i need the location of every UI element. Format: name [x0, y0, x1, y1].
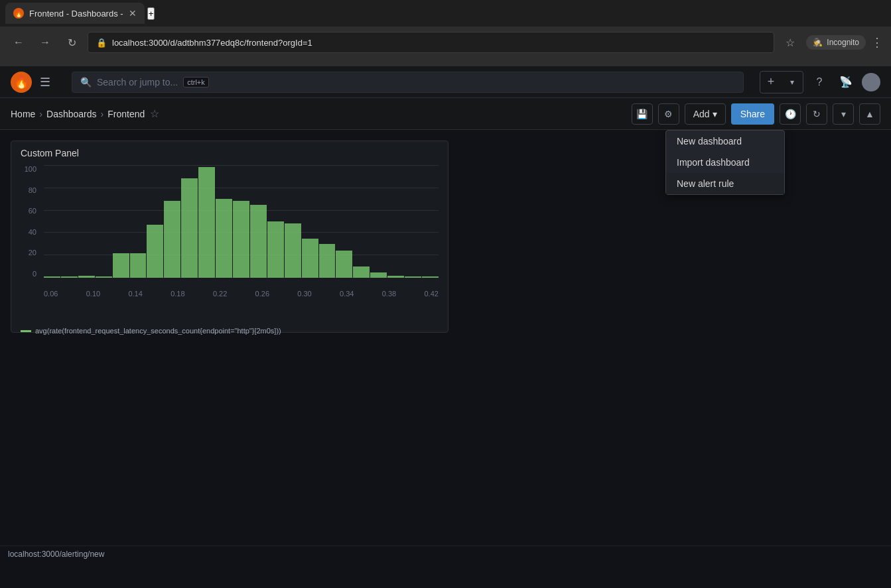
- legend-label: avg(rate(frontend_request_latency_second…: [35, 327, 281, 335]
- chart-area: 100 80 60 40 20 0 0.06 0.10 0.14 0.18: [11, 165, 448, 324]
- chart-legend: avg(rate(frontend_request_latency_second…: [11, 324, 448, 337]
- y-axis: 100 80 60 40 20 0: [21, 165, 40, 278]
- x-label-018: 0.18: [171, 290, 184, 298]
- user-avatar[interactable]: [862, 73, 880, 91]
- chart-bar: [319, 244, 336, 278]
- chart-bar: [44, 276, 60, 278]
- browser-menu-button[interactable]: ⋮: [871, 35, 883, 50]
- x-label-010: 0.10: [86, 290, 100, 298]
- star-dashboard-button[interactable]: ☆: [150, 107, 159, 120]
- add-chevron-icon: ▾: [713, 109, 717, 119]
- settings-button[interactable]: ⚙: [658, 103, 679, 125]
- chart-bar: [216, 199, 232, 278]
- chart-bar: [113, 253, 129, 278]
- x-label-022: 0.22: [213, 290, 227, 298]
- breadcrumb-sep-1: ›: [39, 109, 42, 119]
- chart-bar: [267, 221, 284, 278]
- status-bar: localhost:3000/alerting/new: [0, 546, 891, 561]
- browser-tab-bar: 🔥 Frontend - Dashboards - ✕ +: [0, 0, 891, 27]
- add-expand-group: + ▾: [760, 71, 803, 93]
- breadcrumb-right: 💾 ⚙ Add ▾ Share 🕐 ↻ ▾ ▲: [632, 103, 880, 125]
- active-browser-tab[interactable]: 🔥 Frontend - Dashboards - ✕: [5, 3, 145, 24]
- chart-bars: [44, 165, 439, 278]
- bookmark-button[interactable]: ☆: [780, 32, 801, 53]
- plus-button[interactable]: +: [760, 72, 782, 93]
- browser-chrome: 🔥 Frontend - Dashboards - ✕ + ← → ↻ 🔒 lo…: [0, 0, 891, 66]
- x-label-030: 0.30: [297, 290, 311, 298]
- chart-bar: [250, 205, 267, 278]
- chart-bar: [130, 253, 147, 278]
- breadcrumb-dashboards[interactable]: Dashboards: [46, 109, 97, 119]
- x-label-014: 0.14: [128, 290, 142, 298]
- save-dashboard-button[interactable]: 💾: [632, 103, 653, 125]
- tab-close-button[interactable]: ✕: [129, 8, 137, 19]
- main-menu-button[interactable]: ☰: [40, 75, 50, 89]
- status-url: localhost:3000/alerting/new: [8, 550, 104, 559]
- tab-label: Frontend - Dashboards -: [29, 9, 123, 19]
- breadcrumb-sep-2: ›: [101, 109, 104, 119]
- add-panel-button[interactable]: Add ▾: [685, 103, 726, 125]
- panel-title: Custom Panel: [11, 141, 448, 165]
- tab-favicon: 🔥: [13, 8, 24, 19]
- y-label-60: 60: [21, 207, 36, 215]
- add-label: Add: [693, 109, 710, 119]
- y-label-20: 20: [21, 249, 36, 257]
- chart-bar: [198, 167, 215, 278]
- chart-bar: [147, 225, 163, 278]
- chart-bar: [61, 276, 78, 278]
- x-label-006: 0.06: [44, 290, 58, 298]
- forward-button[interactable]: →: [34, 32, 56, 53]
- incognito-label: Incognito: [827, 38, 859, 47]
- back-button[interactable]: ←: [8, 32, 29, 53]
- x-label-038: 0.38: [382, 290, 396, 298]
- chart-bar: [353, 266, 370, 278]
- grafana-app: 🔥 ☰ 🔍 Search or jump to... ctrl+k + ▾ ? …: [0, 66, 891, 561]
- collapse-button[interactable]: ▲: [859, 103, 880, 125]
- url-text: localhost:3000/d/adtbhm377edq8c/frontend…: [112, 38, 312, 48]
- y-label-80: 80: [21, 186, 36, 194]
- address-bar[interactable]: 🔒 localhost:3000/d/adtbhm377edq8c/fronte…: [88, 32, 774, 53]
- chart-bar: [233, 201, 249, 278]
- search-shortcut: ctrl+k: [183, 77, 209, 88]
- top-nav-right: + ▾ ? 📡: [760, 71, 880, 93]
- x-label-042: 0.42: [424, 290, 438, 298]
- news-button[interactable]: 📡: [835, 72, 857, 93]
- breadcrumb-current: Frontend: [107, 109, 145, 119]
- chevron-down-button[interactable]: ▾: [833, 103, 854, 125]
- chart-bar: [285, 223, 301, 278]
- share-button[interactable]: Share: [731, 103, 774, 125]
- breadcrumb-home[interactable]: Home: [11, 109, 35, 119]
- lock-icon: 🔒: [96, 38, 107, 48]
- search-placeholder: Search or jump to...: [97, 77, 178, 88]
- clock-button[interactable]: 🕐: [780, 103, 801, 125]
- add-dropdown-menu: New dashboard Import dashboard New alert…: [665, 130, 785, 195]
- search-bar[interactable]: 🔍 Search or jump to... ctrl+k: [72, 72, 744, 93]
- refresh-button[interactable]: ↻: [806, 103, 827, 125]
- chart-bar: [370, 272, 387, 278]
- chart-bar: [422, 276, 439, 278]
- expand-button[interactable]: ▾: [782, 72, 803, 93]
- top-nav-left: 🔥 ☰: [11, 72, 56, 93]
- chart-bar: [336, 251, 352, 278]
- chart-bar: [302, 239, 318, 278]
- legend-color-swatch: [21, 330, 31, 332]
- new-dashboard-item[interactable]: New dashboard: [666, 131, 784, 152]
- incognito-icon: 🕵: [813, 38, 823, 47]
- chart-bar: [96, 276, 112, 278]
- help-button[interactable]: ?: [809, 72, 830, 93]
- chart-bar: [387, 276, 404, 278]
- search-icon: 🔍: [80, 77, 92, 88]
- panel-container: Custom Panel 100 80: [11, 141, 448, 333]
- y-label-0: 0: [21, 270, 36, 278]
- import-dashboard-item[interactable]: Import dashboard: [666, 152, 784, 173]
- incognito-button[interactable]: 🕵 Incognito: [806, 35, 866, 50]
- new-tab-button[interactable]: +: [147, 7, 155, 20]
- chart-inner: 100 80 60 40 20 0 0.06 0.10 0.14 0.18: [21, 165, 439, 298]
- grafana-logo[interactable]: 🔥: [11, 72, 32, 93]
- new-alert-rule-item[interactable]: New alert rule: [666, 173, 784, 194]
- y-label-100: 100: [21, 165, 36, 173]
- chart-bar: [405, 276, 421, 278]
- top-nav: 🔥 ☰ 🔍 Search or jump to... ctrl+k + ▾ ? …: [0, 66, 891, 98]
- reload-button[interactable]: ↻: [61, 32, 82, 53]
- x-axis: 0.06 0.10 0.14 0.18 0.22 0.26 0.30 0.34 …: [44, 290, 439, 298]
